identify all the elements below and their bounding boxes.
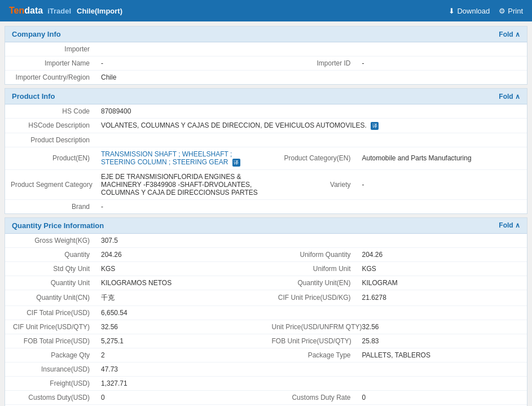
translate-icon-2[interactable]: 译 bbox=[232, 159, 240, 167]
importer-value bbox=[95, 46, 527, 52]
qty-unit-row: Quantity Unit KILOGRAMOS NETOS Quantity … bbox=[5, 276, 527, 290]
product-segment-value: EJE DE TRANSMISIONFLORIDA ENGINES & MACH… bbox=[95, 170, 266, 199]
main-content: Company Info Fold ∧ Importer Importer Na… bbox=[0, 21, 532, 406]
customs-duty-label: Customs Duty(USD) bbox=[5, 391, 95, 404]
unit-price-unfrm-label: Unit Price(USD/UNFRM QTY) bbox=[266, 320, 357, 334]
package-qty-label: Package Qty bbox=[5, 348, 95, 362]
importer-name-value: - bbox=[95, 56, 266, 70]
fob-unit-value: 25.83 bbox=[357, 334, 527, 348]
freight-value: 1,327.71 bbox=[95, 377, 527, 390]
company-info-header: Company Info Fold ∧ bbox=[5, 27, 527, 42]
cif-total-label: CIF Total Price(USD) bbox=[5, 306, 95, 320]
product-desc-label: Product Description bbox=[5, 133, 95, 147]
qty-unit-value: KILOGRAMOS NETOS bbox=[95, 276, 266, 290]
quantity-row: Quantity 204.26 Uniform Quantity 204.26 bbox=[5, 248, 527, 262]
variety-label: Variety bbox=[266, 178, 357, 191]
brand-value: - bbox=[95, 200, 527, 213]
quantity-price-fold[interactable]: Fold ∧ bbox=[499, 221, 520, 229]
freight-label: Freight(USD) bbox=[5, 377, 95, 390]
product-segment-label: Product Segment Category bbox=[5, 178, 95, 191]
logo-itrade: iTradeI bbox=[47, 7, 71, 15]
std-qty-value: KGS bbox=[95, 262, 266, 276]
gross-weight-label: Gross Weight(KG) bbox=[5, 234, 95, 247]
importer-id-value: - bbox=[357, 56, 527, 70]
fob-total-label: FOB Total Price(USD) bbox=[5, 334, 95, 348]
hs-code-value: 87089400 bbox=[95, 104, 527, 118]
download-icon: ⬇ bbox=[449, 7, 455, 15]
cif-unit-kg-label: CIF Unit Price(USD/KG) bbox=[266, 291, 357, 304]
unit-price-unfrm-value: 32.56 bbox=[357, 320, 527, 334]
importer-country-value: Chile bbox=[95, 71, 527, 84]
download-button[interactable]: ⬇ Download bbox=[449, 7, 490, 15]
gross-weight-row: Gross Weight(KG) 307.5 bbox=[5, 234, 527, 248]
importer-row: Importer bbox=[5, 42, 527, 56]
package-type-value: PALLETS, TABLEROS bbox=[357, 348, 527, 362]
product-segment-row: Product Segment Category EJE DE TRANSMIS… bbox=[5, 170, 527, 200]
translate-icon[interactable]: 译 bbox=[371, 122, 379, 130]
app-header: Tendata iTradeI Chile(Import) ⬇ Download… bbox=[0, 0, 532, 21]
cif-total-row: CIF Total Price(USD) 6,650.54 bbox=[5, 306, 527, 320]
package-type-label: Package Type bbox=[266, 348, 357, 362]
variety-value: - bbox=[357, 178, 527, 191]
qty-unit-cn-row: Quantity Unit(CN) 千克 CIF Unit Price(USD/… bbox=[5, 290, 527, 306]
quantity-price-title: Quantity Price Information bbox=[12, 221, 104, 230]
hscode-desc-row: HSCode Description VOLANTES, COLUMNAS Y … bbox=[5, 119, 527, 133]
product-info-title: Product Info bbox=[12, 92, 55, 101]
importer-name-label: Importer Name bbox=[5, 56, 95, 70]
hscode-desc-label: HSCode Description bbox=[5, 119, 95, 132]
cif-unit-kg-value: 21.6278 bbox=[357, 291, 527, 304]
print-button[interactable]: ⚙ Print bbox=[499, 7, 523, 15]
company-info-section: Company Info Fold ∧ Importer Importer Na… bbox=[5, 26, 527, 85]
importer-name-id-row: Importer Name - Importer ID - bbox=[5, 56, 527, 71]
uniform-quantity-value: 204.26 bbox=[357, 248, 527, 261]
importer-label: Importer bbox=[5, 42, 95, 56]
hs-code-row: HS Code 87089400 bbox=[5, 104, 527, 119]
uniform-unit-value: KGS bbox=[357, 262, 527, 276]
product-desc-value bbox=[95, 137, 527, 143]
print-icon: ⚙ bbox=[499, 7, 505, 15]
package-row: Package Qty 2 Package Type PALLETS, TABL… bbox=[5, 348, 527, 363]
product-en-label: Product(EN) bbox=[5, 151, 95, 165]
customs-duty-rate-label: Customs Duty Rate bbox=[266, 391, 357, 404]
logo-ten: Tendata bbox=[9, 6, 43, 16]
product-category-en-label: Product Category(EN) bbox=[266, 151, 357, 165]
brand-row: Brand - bbox=[5, 200, 527, 213]
brand-label: Brand bbox=[5, 200, 95, 213]
quantity-price-section: Quantity Price Information Fold ∧ Gross … bbox=[5, 217, 527, 406]
company-info-fold[interactable]: Fold ∧ bbox=[499, 30, 520, 38]
fob-unit-label: FOB Unit Price(USD/QTY) bbox=[266, 334, 357, 348]
customs-duty-row: Customs Duty(USD) 0 Customs Duty Rate 0 bbox=[5, 391, 527, 405]
header-actions: ⬇ Download ⚙ Print bbox=[449, 7, 523, 15]
qty-unit-cn-value: 千克 bbox=[95, 290, 266, 305]
qty-unit-cn-label: Quantity Unit(CN) bbox=[5, 291, 95, 304]
hscode-desc-value: VOLANTES, COLUMNAS Y CAJAS DE DIRECCION,… bbox=[95, 119, 527, 133]
logo: Tendata iTradeI Chile(Import) bbox=[9, 6, 122, 16]
package-qty-value: 2 bbox=[95, 348, 266, 362]
std-qty-label: Std Qty Unit bbox=[5, 262, 95, 276]
insurance-value: 47.73 bbox=[95, 363, 527, 376]
cif-total-value: 6,650.54 bbox=[95, 306, 527, 320]
freight-row: Freight(USD) 1,327.71 bbox=[5, 377, 527, 391]
cif-unit-qty-row: CIF Unit Price(USD/QTY) 32.56 Unit Price… bbox=[5, 320, 527, 334]
uniform-quantity-label: Uniform Quantity bbox=[266, 248, 357, 261]
product-info-fold[interactable]: Fold ∧ bbox=[499, 93, 520, 101]
insurance-row: Insurance(USD) 47.73 bbox=[5, 363, 527, 377]
product-en-value: TRANSMISSION SHAFT ; WHEELSHAFT ; STEERI… bbox=[95, 147, 266, 169]
customs-duty-rate-value: 0 bbox=[357, 391, 527, 404]
logo-country: Chile(Import) bbox=[77, 7, 122, 15]
product-en-link[interactable]: TRANSMISSION SHAFT ; WHEELSHAFT ; STEERI… bbox=[101, 150, 232, 166]
cif-unit-qty-value: 32.56 bbox=[95, 320, 266, 334]
fob-total-row: FOB Total Price(USD) 5,275.1 FOB Unit Pr… bbox=[5, 334, 527, 348]
insurance-label: Insurance(USD) bbox=[5, 363, 95, 376]
uniform-unit-label: Uniform Unit bbox=[266, 262, 357, 276]
product-category-en-value: Automobile and Parts Manufacturing bbox=[357, 151, 527, 165]
customs-duty-value: 0 bbox=[95, 391, 266, 404]
company-info-title: Company Info bbox=[12, 30, 61, 38]
quantity-value: 204.26 bbox=[95, 248, 266, 261]
product-en-row: Product(EN) TRANSMISSION SHAFT ; WHEELSH… bbox=[5, 147, 527, 170]
quantity-label: Quantity bbox=[5, 248, 95, 261]
cif-unit-qty-label: CIF Unit Price(USD/QTY) bbox=[5, 320, 95, 334]
product-desc-row: Product Description bbox=[5, 133, 527, 147]
gross-weight-value: 307.5 bbox=[95, 234, 527, 247]
product-info-section: Product Info Fold ∧ HS Code 87089400 HSC… bbox=[5, 88, 527, 214]
